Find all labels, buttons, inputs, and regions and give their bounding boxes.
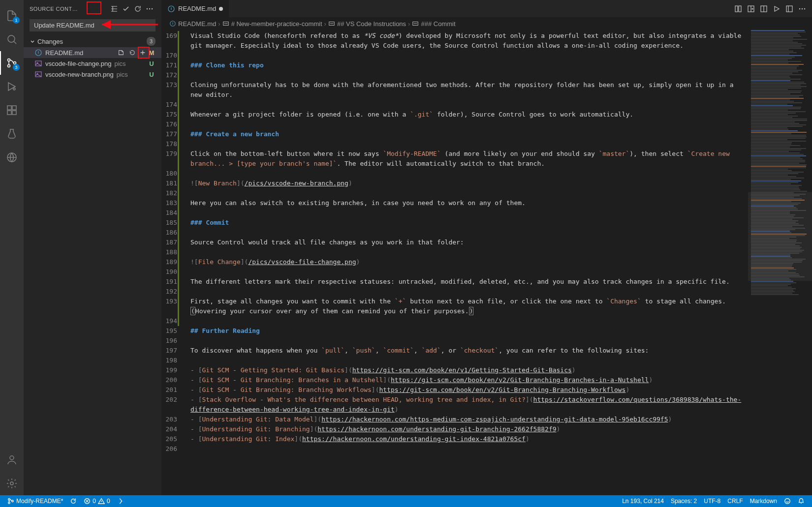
svg-point-35 — [8, 499, 10, 501]
svg-rect-8 — [12, 111, 16, 115]
branch-status[interactable]: Modify-README* — [4, 495, 66, 507]
breadcrumb-item[interactable]: ## VS Code Instructions — [328, 20, 406, 28]
source-control-tab[interactable]: 3 — [0, 51, 24, 75]
code-line[interactable]: Visual Studio Code (henceforth refered t… — [187, 31, 748, 51]
run-debug-tab[interactable] — [0, 75, 24, 98]
status-bar: Modify-README* 0 0 Ln 193, Col 214 Space… — [0, 495, 812, 507]
changed-file-row[interactable]: README.md M — [24, 47, 161, 58]
more-icon[interactable] — [798, 5, 806, 13]
testing-tab[interactable] — [0, 122, 24, 146]
line-number: 169 — [161, 31, 177, 51]
code-line[interactable] — [187, 169, 748, 179]
code-line[interactable]: - [Stack Overflow - What's the differenc… — [187, 395, 748, 415]
changed-file-row[interactable]: vscode-file-change.png pics U — [24, 58, 161, 69]
code-line[interactable]: The different letters mark their respect… — [187, 277, 748, 287]
line-number: 189 — [161, 257, 177, 267]
minimap[interactable] — [748, 30, 812, 495]
line-number: 191 — [161, 277, 177, 287]
breadcrumb-item[interactable]: ### Commit — [412, 20, 455, 28]
stage-changes-icon[interactable] — [138, 48, 148, 58]
encoding-status[interactable]: UTF-8 — [700, 495, 724, 507]
accounts-button[interactable] — [0, 448, 24, 472]
code-line[interactable] — [187, 51, 748, 60]
split-editor-icon[interactable] — [760, 5, 768, 13]
line-number: 199 — [161, 365, 177, 375]
breadcrumb-item[interactable]: README.md — [169, 20, 216, 28]
code-editor[interactable]: Visual Studio Code (henceforth refered t… — [186, 30, 748, 495]
code-line[interactable]: - [Git SCM - Getting Started: Git Basics… — [187, 365, 748, 375]
line-number-gutter: 1691701711721731741751761771781791801811… — [161, 30, 186, 495]
code-line[interactable]: Source Control would track all file chan… — [187, 238, 748, 247]
svg-point-30 — [804, 8, 805, 9]
code-line[interactable]: To discover what happens when you `pull`… — [187, 346, 748, 356]
line-number: 175 — [161, 110, 177, 119]
view-as-tree-icon[interactable] — [108, 3, 120, 15]
line-number: 180 — [161, 169, 177, 179]
code-line[interactable] — [187, 267, 748, 277]
code-line[interactable]: First, stage all changes you want to com… — [187, 297, 748, 316]
code-line[interactable]: Click on the bottom-left button where it… — [187, 149, 748, 169]
feedback-icon[interactable] — [781, 495, 794, 507]
indentation-status[interactable]: Spaces: 2 — [667, 495, 700, 507]
tab-readme[interactable]: README.md — [161, 0, 229, 17]
code-line[interactable] — [187, 100, 748, 110]
code-line[interactable] — [187, 70, 748, 80]
code-line[interactable]: Cloning unfortunately has to be done wit… — [187, 80, 748, 100]
code-line[interactable]: - [Git SCM - Git Branching: Branches in … — [187, 375, 748, 385]
cursor-position-status[interactable]: Ln 193, Col 214 — [619, 495, 667, 507]
code-line[interactable]: ### Create a new branch — [187, 129, 748, 139]
code-line[interactable] — [187, 444, 748, 454]
more-actions-icon[interactable] — [144, 3, 156, 15]
breadcrumb-item[interactable]: # New-member-practice-commit — [222, 20, 322, 28]
code-line[interactable]: - [Understanding Git: Index](https://hac… — [187, 434, 748, 444]
language-status[interactable]: Markdown — [747, 495, 781, 507]
code-line[interactable]: ### Clone this repo — [187, 60, 748, 70]
code-line[interactable] — [187, 247, 748, 257]
code-line[interactable] — [187, 316, 748, 326]
notifications-icon[interactable] — [794, 495, 808, 507]
code-line[interactable] — [187, 336, 748, 346]
problems-status[interactable]: 0 0 — [80, 495, 113, 507]
search-tab[interactable] — [0, 28, 24, 51]
changes-section-header[interactable]: Changes 3 — [24, 35, 161, 47]
code-line[interactable]: ## Further Reading — [187, 326, 748, 336]
editor-area: README.md README.md›# New-member-practic… — [161, 0, 812, 495]
svg-point-0 — [8, 35, 15, 42]
toggle-preview-icon[interactable] — [747, 5, 755, 13]
commit-check-icon[interactable] — [120, 3, 132, 15]
breadcrumb[interactable]: README.md›# New-member-practice-commit›#… — [161, 17, 812, 30]
commit-message-input[interactable] — [30, 19, 156, 31]
svg-point-25 — [752, 8, 753, 9]
code-line[interactable] — [187, 119, 748, 129]
code-line[interactable] — [187, 208, 748, 218]
refresh-icon[interactable] — [132, 3, 144, 15]
line-number: 171 — [161, 60, 177, 70]
discard-changes-icon[interactable] — [127, 48, 137, 58]
code-line[interactable]: - [Understanding Git: Branching](https:/… — [187, 424, 748, 434]
changed-file-row[interactable]: vscode-new-branch.png pics U — [24, 69, 161, 80]
code-line[interactable] — [187, 356, 748, 365]
code-line[interactable]: ### Commit — [187, 218, 748, 228]
code-line[interactable] — [187, 188, 748, 198]
explorer-tab[interactable]: 1 — [0, 4, 24, 28]
eol-status[interactable]: CRLF — [724, 495, 746, 507]
layout-icon[interactable] — [785, 5, 793, 13]
code-line[interactable]: - [Understanding Git: Data Model](https:… — [187, 415, 748, 424]
code-line[interactable] — [187, 228, 748, 238]
open-file-icon[interactable] — [116, 48, 126, 58]
extensions-tab[interactable] — [0, 98, 24, 122]
code-line[interactable] — [187, 139, 748, 149]
code-line[interactable]: ![File Change](/pics/vscode-file-change.… — [187, 257, 748, 267]
code-line[interactable]: - [Git SCM - Git Branching: Branching Wo… — [187, 385, 748, 395]
live-share-status[interactable] — [114, 495, 127, 507]
code-line[interactable] — [187, 287, 748, 297]
code-line[interactable]: Here you can also switch to existing bra… — [187, 198, 748, 208]
sync-status[interactable] — [66, 495, 80, 507]
github-tab[interactable] — [0, 146, 24, 169]
code-line[interactable]: Whenever a git project folder is opened … — [187, 110, 748, 119]
line-number: 176 — [161, 119, 177, 129]
open-changes-icon[interactable] — [734, 5, 742, 13]
settings-button[interactable] — [0, 472, 24, 495]
code-line[interactable]: ![New Branch](/pics/vscode-new-branch.pn… — [187, 179, 748, 188]
run-icon[interactable] — [773, 5, 781, 13]
